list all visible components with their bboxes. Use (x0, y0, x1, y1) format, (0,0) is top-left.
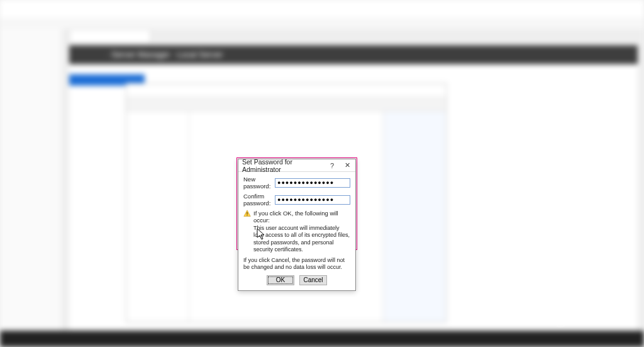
new-password-input[interactable] (275, 178, 350, 188)
close-button[interactable]: ✕ (341, 161, 353, 170)
svg-point-3 (558, 318, 563, 323)
confirm-password-input[interactable] (275, 195, 350, 205)
warning-icon (243, 210, 251, 217)
warning-body-text: This user account will immediately lose … (253, 225, 350, 253)
cancel-note-text: If you click Cancel, the password will n… (243, 257, 350, 271)
new-password-label: New password: (243, 176, 275, 190)
watermark: ORCACORE (553, 313, 633, 328)
warning-lead-text: If you click OK, the following will occu… (253, 210, 350, 224)
set-password-dialog: Set Password for Administrator ? ✕ New p… (238, 159, 356, 291)
watermark-text: ORCACORE (572, 316, 633, 326)
svg-rect-1 (247, 215, 247, 215)
help-button[interactable]: ? (326, 161, 338, 170)
dialog-title: Set Password for Administrator (242, 158, 326, 173)
watermark-icon (553, 313, 568, 328)
svg-point-2 (554, 314, 567, 327)
confirm-password-label: Confirm password: (243, 193, 275, 207)
cancel-button[interactable]: Cancel (299, 275, 327, 285)
svg-rect-0 (247, 212, 247, 215)
ok-button[interactable]: OK (267, 275, 294, 285)
